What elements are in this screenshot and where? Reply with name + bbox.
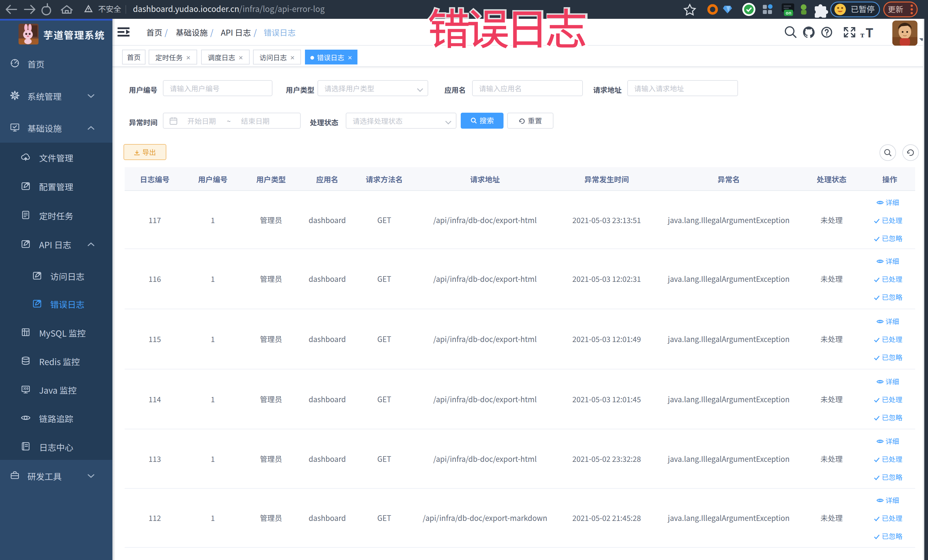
svg-text:不安全: 不安全 [98,3,121,14]
svg-text:已暂停: 已暂停 [851,3,875,15]
svg-text:T: T [865,23,873,41]
svg-text:更新: 更新 [888,3,903,15]
svg-text:dashboard.yudao.iocoder.cn/inf: dashboard.yudao.iocoder.cn/infra/log/api… [133,3,325,14]
svg-text:т: т [860,28,864,40]
svg-text:on: on [786,9,791,16]
